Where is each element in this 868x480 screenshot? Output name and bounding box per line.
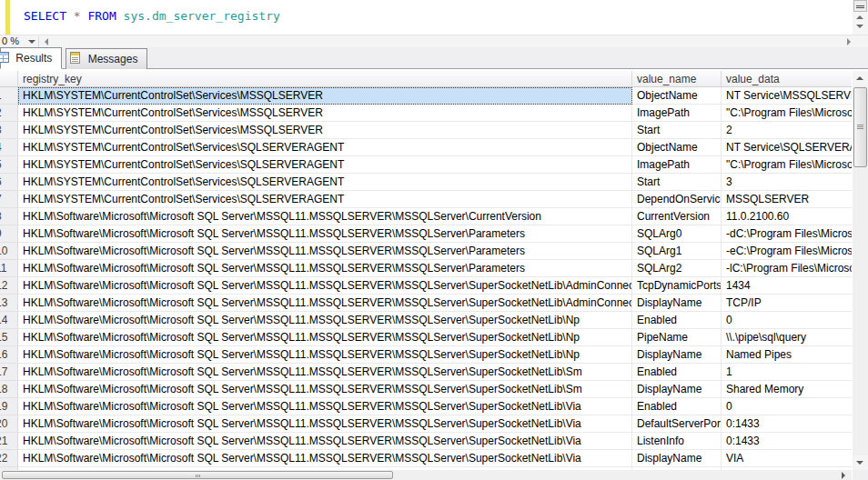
cell-value-name[interactable]: Enabled — [632, 364, 722, 381]
sql-query-line[interactable]: SELECT * FROM sys.dm_server_registry — [24, 9, 280, 23]
editor-vertical-scrollbar[interactable] — [853, 0, 868, 35]
hscroll-thumb[interactable] — [2, 471, 393, 479]
cell-value-name[interactable]: DisplayName — [632, 450, 722, 467]
row-number-cell[interactable]: 19 — [0, 398, 18, 415]
cell-registry-key[interactable]: HKLM\Software\Microsoft\Microsoft SQL Se… — [18, 208, 632, 225]
cell-value-data[interactable]: 0:1433 — [722, 433, 852, 450]
grid-vertical-scrollbar[interactable] — [853, 71, 868, 470]
vscroll-up-button[interactable] — [853, 71, 868, 85]
cell-value-name[interactable]: Start — [632, 122, 722, 139]
hscroll-right-icon[interactable] — [847, 38, 851, 45]
cell-value-name[interactable]: DisplayName — [632, 295, 722, 312]
row-number-cell[interactable]: 15 — [0, 329, 18, 346]
column-header-value-name[interactable]: value_name — [632, 71, 722, 86]
cell-value-data[interactable]: NT Service\SQLSERVERAGENT — [722, 139, 852, 156]
row-number-cell[interactable]: 12 — [0, 277, 18, 295]
cell-value-name[interactable]: PipeName — [632, 329, 722, 346]
cell-value-name[interactable]: ImagePath — [632, 105, 722, 122]
cell-registry-key[interactable]: HKLM\Software\Microsoft\Microsoft SQL Se… — [18, 225, 632, 243]
row-number-cell[interactable]: 11 — [0, 260, 18, 277]
row-number-cell[interactable]: 21 — [0, 433, 18, 450]
cell-registry-key[interactable]: HKLM\Software\Microsoft\Microsoft SQL Se… — [18, 295, 632, 312]
cell-value-data[interactable]: -lC:\Program Files\Microsoft — [722, 260, 852, 277]
cell-value-data[interactable]: "C:\Program Files\Microsoft — [722, 156, 852, 174]
cell-value-name[interactable]: SQLArg1 — [632, 243, 722, 260]
row-number-cell[interactable]: 8 — [0, 208, 18, 225]
cell-registry-key[interactable]: HKLM\SYSTEM\CurrentControlSet\Services\M… — [18, 87, 632, 105]
tab-results[interactable]: Results — [0, 47, 62, 69]
vscroll-thumb[interactable] — [853, 87, 867, 167]
cell-value-name[interactable]: DependOnService — [632, 191, 722, 208]
cell-value-name[interactable]: TcpDynamicPorts — [632, 277, 722, 295]
cell-registry-key[interactable]: HKLM\Software\Microsoft\Microsoft SQL Se… — [18, 381, 632, 398]
grid-horizontal-scrollbar[interactable] — [0, 470, 852, 480]
cell-value-data[interactable]: 11.0.2100.60 — [722, 208, 852, 225]
cell-value-name[interactable]: SQLArg0 — [632, 225, 722, 243]
cell-registry-key[interactable]: HKLM\SYSTEM\CurrentControlSet\Services\S… — [18, 191, 632, 208]
row-number-cell[interactable]: 13 — [0, 295, 18, 312]
cell-value-name[interactable]: DisplayName — [632, 346, 722, 364]
cell-value-data[interactable]: Named Pipes — [722, 346, 852, 364]
cell-registry-key[interactable]: HKLM\SYSTEM\CurrentControlSet\Services\S… — [18, 156, 632, 174]
cell-registry-key[interactable]: HKLM\SYSTEM\CurrentControlSet\Services\M… — [18, 122, 632, 139]
cell-registry-key[interactable]: HKLM\Software\Microsoft\Microsoft SQL Se… — [18, 312, 632, 329]
cell-registry-key[interactable]: HKLM\Software\Microsoft\Microsoft SQL Se… — [18, 277, 632, 295]
row-number-cell[interactable]: 2 — [0, 105, 18, 122]
row-number-cell[interactable]: 5 — [0, 156, 18, 174]
cell-registry-key[interactable]: HKLM\Software\Microsoft\Microsoft SQL Se… — [18, 364, 632, 381]
zoom-dropdown[interactable]: 0 % — [0, 35, 19, 48]
row-number-cell[interactable]: 22 — [0, 450, 18, 467]
hscroll-right-button[interactable] — [836, 470, 851, 480]
hscroll-left-icon[interactable] — [45, 38, 48, 45]
cell-value-data[interactable]: 3 — [722, 174, 852, 191]
cell-value-name[interactable]: ImagePath — [632, 156, 722, 174]
cell-value-data[interactable]: 1434 — [722, 277, 852, 295]
row-number-cell[interactable]: 6 — [0, 174, 18, 191]
cell-registry-key[interactable]: HKLM\SYSTEM\CurrentControlSet\Services\S… — [18, 174, 632, 191]
cell-value-data[interactable]: VIA — [722, 450, 852, 467]
cell-value-name[interactable]: SQLArg2 — [632, 260, 722, 277]
row-number-cell[interactable]: 7 — [0, 191, 18, 208]
cell-value-data[interactable]: 0:1433 — [722, 415, 852, 433]
cell-value-name[interactable]: Enabled — [632, 312, 722, 329]
cell-value-name[interactable]: DisplayName — [632, 381, 722, 398]
row-number-cell[interactable]: 1 — [0, 87, 18, 105]
cell-registry-key[interactable]: HKLM\SYSTEM\CurrentControlSet\Services\M… — [18, 105, 632, 122]
row-header-corner[interactable] — [0, 71, 18, 86]
row-number-cell[interactable]: 9 — [0, 225, 18, 243]
cell-registry-key[interactable]: HKLM\Software\Microsoft\Microsoft SQL Se… — [18, 415, 632, 433]
row-number-cell[interactable]: 17 — [0, 364, 18, 381]
cell-value-data[interactable]: TCP/IP — [722, 295, 852, 312]
tab-messages[interactable]: Messages — [66, 48, 147, 69]
row-number-cell[interactable]: 14 — [0, 312, 18, 329]
row-number-cell[interactable]: 4 — [0, 139, 18, 156]
cell-registry-key[interactable]: HKLM\Software\Microsoft\Microsoft SQL Se… — [18, 260, 632, 277]
cell-value-data[interactable]: -eC:\Program Files\Microsoft — [722, 243, 852, 260]
cell-value-data[interactable]: -dC:\Program Files\Microsoft — [722, 225, 852, 243]
zoom-caret-icon[interactable] — [28, 40, 35, 44]
cell-value-name[interactable]: ListenInfo — [632, 433, 722, 450]
cell-value-data[interactable]: NT Service\MSSQLSERVER — [722, 87, 852, 105]
cell-registry-key[interactable]: HKLM\Software\Microsoft\Microsoft SQL Se… — [18, 346, 632, 364]
row-number-cell[interactable]: 18 — [0, 381, 18, 398]
cell-value-data[interactable]: "C:\Program Files\Microsoft — [722, 105, 852, 122]
row-number-cell[interactable]: 16 — [0, 346, 18, 364]
cell-value-name[interactable]: ObjectName — [632, 87, 722, 105]
cell-value-data[interactable]: 0 — [722, 312, 852, 329]
editor-splitter-handle[interactable] — [853, 0, 867, 12]
cell-value-name[interactable]: ObjectName — [632, 139, 722, 156]
cell-value-data[interactable]: \\.\pipe\sql\query — [722, 329, 852, 346]
column-header-value-data[interactable]: value_data — [722, 71, 852, 86]
row-number-cell[interactable]: 20 — [0, 415, 18, 433]
cell-registry-key[interactable]: HKLM\Software\Microsoft\Microsoft SQL Se… — [18, 433, 632, 450]
cell-registry-key[interactable]: HKLM\Software\Microsoft\Microsoft SQL Se… — [18, 329, 632, 346]
vscroll-down-button[interactable] — [853, 455, 868, 470]
cell-registry-key[interactable]: HKLM\Software\Microsoft\Microsoft SQL Se… — [18, 450, 632, 467]
cell-value-name[interactable]: DefaultServerPort — [632, 415, 722, 433]
row-number-cell[interactable]: 3 — [0, 122, 18, 139]
cell-value-data[interactable]: MSSQLSERVER — [722, 191, 852, 208]
cell-value-data[interactable]: 2 — [722, 122, 852, 139]
query-editor[interactable]: SELECT * FROM sys.dm_server_registry — [0, 0, 868, 35]
scroll-down-icon[interactable] — [856, 25, 863, 28]
cell-registry-key[interactable]: HKLM\SYSTEM\CurrentControlSet\Services\S… — [18, 139, 632, 156]
